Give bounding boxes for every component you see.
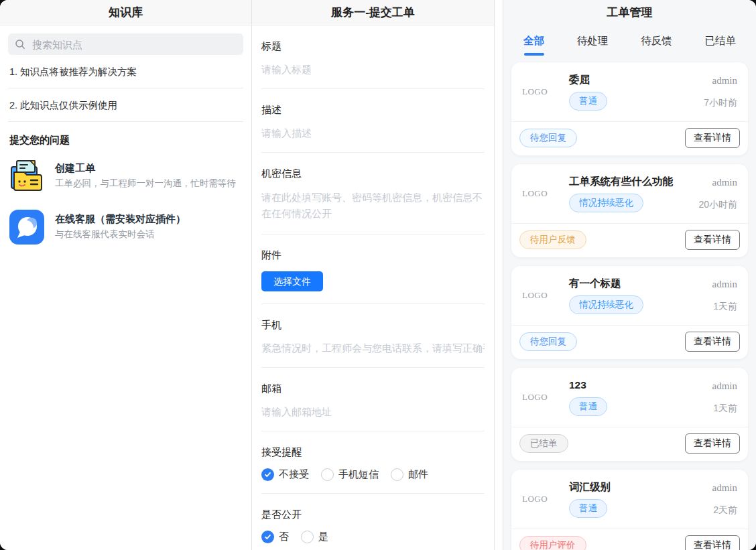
ticket-time: 1天前: [712, 301, 738, 313]
view-detail-button[interactable]: 查看详情: [685, 230, 740, 250]
tab-all[interactable]: 全部: [523, 34, 544, 56]
ticket-title: 123: [569, 379, 712, 392]
ticket-main: 词汇级别 普通: [560, 480, 712, 518]
secret-input[interactable]: [261, 190, 485, 222]
radio-public-no[interactable]: 否: [261, 531, 289, 543]
view-detail-button[interactable]: 查看详情: [685, 433, 740, 454]
radio-sms-label: 手机短信: [338, 468, 379, 481]
field-remind-label: 接受提醒: [261, 445, 485, 459]
ticket-title: 工单系统有些什么功能: [569, 175, 698, 188]
ticket-logo: LOGO: [522, 392, 560, 403]
description-input[interactable]: [261, 126, 485, 140]
active-tab-underline: [524, 53, 544, 56]
create-ticket-entry[interactable]: 创建工单 工单必回，与工程师一对一沟通，忙时需等待: [8, 151, 243, 202]
ticket-card-footer: 待用户评价 查看详情: [511, 529, 748, 550]
ticket-card: LOGO 委屈 普通 admin 7小时前 待您回复 查看详情: [511, 62, 748, 155]
ticket-time: 7小时前: [704, 97, 737, 109]
submit-question-heading: 提交您的问题: [9, 134, 242, 147]
ticket-time: 1天前: [712, 403, 738, 415]
ticket-author: admin: [712, 279, 738, 290]
field-remind: 接受提醒 不接受 手机短信 邮件: [261, 445, 485, 494]
ticket-card: LOGO 词汇级别 普通 admin 2天前 待用户评价 查看详情: [511, 470, 748, 550]
ticket-card-top: LOGO 词汇级别 普通 admin 2天前: [511, 470, 748, 529]
ticket-title: 委屈: [569, 73, 704, 86]
radio-mail-label: 邮件: [408, 468, 428, 481]
ticket-meta: admin 1天前: [712, 381, 738, 415]
title-input[interactable]: [261, 62, 485, 76]
radio-public-yes[interactable]: 是: [301, 531, 328, 543]
tab-pending[interactable]: 待处理: [577, 34, 609, 56]
ticket-main: 123 普通: [560, 379, 712, 416]
remind-options: 不接受 手机短信 邮件: [261, 468, 485, 481]
field-attachment-label: 附件: [261, 248, 485, 262]
scrollbar-gutter[interactable]: [495, 0, 503, 550]
tab-underline-placeholder: [646, 53, 666, 56]
tab-all-label: 全部: [523, 35, 544, 46]
online-service-desc: 与在线客服代表实时会话: [55, 228, 186, 240]
knowledge-base-panel: 知识库 1. 知识点将被推荐为解决方案 2. 此知识点仅供示例使用 提交您的问题: [0, 0, 252, 550]
field-description-label: 描述: [261, 102, 485, 117]
ticket-time: 2天前: [712, 504, 738, 517]
view-detail-button[interactable]: 查看详情: [685, 128, 740, 148]
ticket-main: 委屈 普通: [560, 73, 704, 111]
ticket-tag: 普通: [569, 92, 607, 111]
radio-no-accept[interactable]: 不接受: [261, 468, 309, 481]
view-detail-button[interactable]: 查看详情: [685, 332, 740, 352]
knowledge-base-body: 1. 知识点将被推荐为解决方案 2. 此知识点仅供示例使用 提交您的问题: [0, 25, 251, 253]
ticket-status-badge: 待您回复: [519, 129, 577, 147]
ticket-tag: 情况持续恶化: [569, 194, 643, 212]
ticket-title: 有一个标题: [569, 277, 712, 290]
phone-input[interactable]: [261, 341, 485, 355]
ticket-time: 20小时前: [698, 199, 737, 211]
knowledge-search-box[interactable]: [8, 33, 243, 55]
radio-sms[interactable]: 手机短信: [321, 468, 379, 481]
ticket-author: admin: [712, 381, 738, 392]
online-service-title: 在线客服（需安装对应插件）: [55, 212, 186, 226]
ticket-title: 词汇级别: [569, 480, 712, 494]
ticket-management-panel: 工单管理 全部 待处理 待反馈 已结单: [503, 0, 756, 550]
chat-bubble-icon: [9, 210, 44, 245]
field-attachment: 附件 选择文件: [261, 248, 485, 304]
ticket-tag: 情况持续恶化: [569, 295, 643, 314]
ticket-card: LOGO 工单系统有些什么功能 情况持续恶化 admin 20小时前 待用户反馈…: [511, 164, 748, 257]
radio-checked-icon: [261, 531, 274, 543]
create-ticket-title: 创建工单: [55, 161, 236, 175]
knowledge-item-2[interactable]: 2. 此知识点仅供示例使用: [8, 88, 243, 122]
view-detail-button[interactable]: 查看详情: [685, 535, 740, 550]
ticket-logo: LOGO: [522, 86, 560, 97]
email-input[interactable]: [261, 405, 485, 419]
submit-ticket-form: 标题 描述 机密信息 附件 选择文件 手机 邮箱: [252, 25, 494, 550]
radio-mail[interactable]: 邮件: [391, 468, 428, 481]
tab-feedback[interactable]: 待反馈: [641, 34, 672, 56]
ticket-card: LOGO 123 普通 admin 1天前 已结单 查看详情: [511, 368, 748, 461]
ticket-tag: 普通: [569, 397, 607, 416]
online-service-texts: 在线客服（需安装对应插件） 与在线客服代表实时会话: [55, 210, 186, 240]
ticket-meta: admin 7小时前: [704, 75, 737, 109]
ticket-card-top: LOGO 工单系统有些什么功能 情况持续恶化 admin 20小时前: [511, 164, 748, 223]
ticket-management-title: 工单管理: [607, 5, 653, 20]
ticket-main: 有一个标题 情况持续恶化: [560, 277, 712, 314]
radio-unchecked-icon: [301, 531, 314, 543]
field-public-label: 是否公开: [261, 507, 485, 521]
field-title-label: 标题: [261, 39, 485, 53]
online-service-entry[interactable]: 在线客服（需安装对应插件） 与在线客服代表实时会话: [8, 202, 243, 253]
app-window: 知识库 1. 知识点将被推荐为解决方案 2. 此知识点仅供示例使用 提交您的问题: [0, 0, 756, 550]
tab-underline-placeholder: [582, 53, 603, 56]
radio-no-accept-label: 不接受: [279, 468, 309, 481]
ticket-author: admin: [704, 75, 737, 86]
knowledge-base-title: 知识库: [109, 5, 143, 20]
choose-file-button[interactable]: 选择文件: [261, 271, 323, 291]
ticket-card-footer: 待您回复 查看详情: [511, 122, 748, 155]
ticket-meta: admin 1天前: [712, 279, 738, 313]
tab-closed[interactable]: 已结单: [704, 34, 736, 56]
radio-unchecked-icon: [391, 468, 403, 481]
ticket-tag: 普通: [569, 499, 607, 518]
knowledge-item-1[interactable]: 1. 知识点将被推荐为解决方案: [8, 55, 243, 88]
ticket-card-top: LOGO 123 普通 admin 1天前: [511, 368, 748, 427]
field-phone: 手机: [261, 318, 485, 368]
ticket-main: 工单系统有些什么功能 情况持续恶化: [560, 175, 698, 212]
field-secret-label: 机密信息: [261, 166, 485, 180]
ticket-management-header: 工单管理: [503, 0, 756, 25]
knowledge-search-input[interactable]: [31, 38, 237, 51]
ticket-tabs: 全部 待处理 待反馈 已结单: [503, 25, 756, 60]
